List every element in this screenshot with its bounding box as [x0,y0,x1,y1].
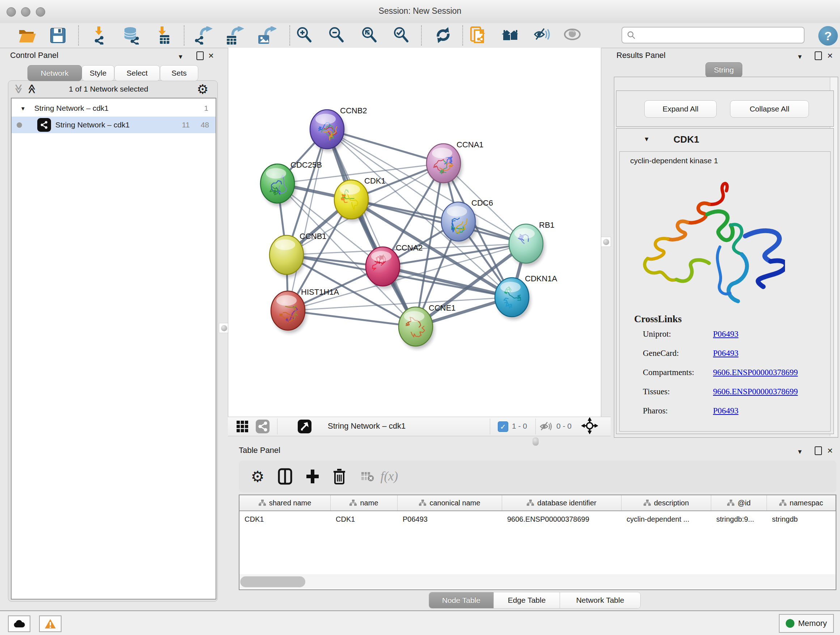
table-cell[interactable]: CDK1 [240,511,331,527]
table-row[interactable]: CDK1CDK1P064939606.ENSP00000378699cyclin… [240,511,836,527]
results-panel-float-icon[interactable] [815,51,822,60]
export-image-icon[interactable] [256,25,278,46]
right-splitter-handle[interactable] [601,237,611,247]
add-column-icon[interactable] [302,467,323,486]
table-horizontal-scrollbar[interactable] [240,574,836,589]
network-options-gear-icon[interactable]: ⚙ [197,82,208,97]
show-columns-icon[interactable] [275,467,295,486]
tab-network[interactable]: Network [27,65,82,81]
crosslink-value-link[interactable]: 9606.ENSP00000378699 [713,368,798,383]
import-network-icon[interactable] [89,25,111,46]
tab-select[interactable]: Select [114,65,160,81]
table-cell[interactable]: 9606.ENSP00000378699 [502,511,622,527]
network-node-CCNA1[interactable] [426,144,462,186]
network-node-CCNA2[interactable] [366,247,401,289]
zoom-selected-icon[interactable] [392,25,413,46]
network-node-CCNE1[interactable] [399,307,434,349]
export-table-icon[interactable] [224,25,245,46]
network-collection-row[interactable]: ▼ String Network – cdk1 1 [11,100,216,117]
results-panel-menu-icon[interactable]: ▾ [798,53,802,60]
table-settings-gear-icon[interactable]: ⚙ [248,467,268,486]
crosslink-value-link[interactable]: P06493 [713,406,738,421]
import-table-icon[interactable] [153,25,175,46]
crosslink-value-link[interactable]: P06493 [713,348,738,364]
left-splitter-handle[interactable] [219,323,229,333]
table-cell[interactable]: stringdb [767,511,836,527]
save-session-icon[interactable] [47,25,69,46]
network-node-CDC25B[interactable] [261,164,296,206]
export-network-icon[interactable] [193,25,215,46]
column-header-name[interactable]: name [331,495,398,510]
search-field[interactable] [622,27,805,43]
tab-edge-table[interactable]: Edge Table [494,592,560,608]
network-canvas[interactable]: CCNB2CCNA1CDC25BCDK1CDC6RB1CCNB1CCNA2CDK… [228,48,601,417]
delete-table-icon[interactable] [357,467,378,486]
tab-sets[interactable]: Sets [160,65,198,81]
crosslink-value-link[interactable]: P06493 [713,329,738,345]
collapse-all-icon[interactable]: ≫ [13,84,24,94]
show-graphics-details-icon[interactable] [562,25,584,46]
network-edge[interactable] [351,200,526,244]
selected-checkbox[interactable]: ✓ [498,421,508,432]
zoom-fit-icon[interactable] [360,25,381,46]
network-edge[interactable] [327,129,416,326]
table-panel-menu-icon[interactable]: ▾ [798,448,802,455]
network-node-CCNB2[interactable] [310,110,346,152]
table-scrollbar-thumb[interactable] [240,576,305,587]
delete-column-trash-icon[interactable] [329,467,349,486]
section-collapse-icon[interactable]: ▼ [644,136,650,143]
zoom-in-icon[interactable] [294,25,316,46]
network-node-CDK1[interactable] [334,180,370,222]
network-node-HIST1H1A[interactable] [271,291,307,333]
function-builder-icon[interactable]: f(x) [379,467,399,486]
birds-eye-view-icon[interactable] [232,416,253,437]
show-hide-enrichment-icon[interactable] [532,25,554,46]
zoom-out-icon[interactable] [327,25,348,46]
expand-all-icon[interactable]: ≫ [26,84,37,94]
table-cell[interactable]: CDK1 [331,511,398,527]
home-networks-icon[interactable] [500,25,522,46]
crosslink-value-link[interactable]: 9606.ENSP00000378699 [713,387,798,402]
control-panel-float-icon[interactable] [196,51,204,60]
tab-network-table[interactable]: Network Table [560,592,640,608]
tab-style[interactable]: Style [82,65,114,81]
table-panel-float-icon[interactable] [815,447,822,455]
horizontal-splitter-handle[interactable] [532,437,538,446]
network-node-CDKN1A[interactable] [495,278,531,320]
hidden-eye-icon[interactable] [538,416,554,437]
tree-expand-icon[interactable]: ▼ [20,105,26,111]
open-in-new-window-icon[interactable] [294,416,316,437]
control-panel-close-icon[interactable]: ✕ [208,52,214,59]
table-cell[interactable]: cyclin-dependent ... [622,511,711,527]
warnings-button[interactable] [39,616,62,632]
tab-string-results[interactable]: String [706,62,742,78]
network-edge[interactable] [288,310,416,326]
table-panel-close-icon[interactable]: ✕ [827,447,833,454]
results-panel-close-icon[interactable]: ✕ [827,52,833,59]
string-view-icon[interactable] [252,416,273,437]
expand-all-button[interactable]: Expand All [644,100,717,118]
column-header-description[interactable]: description [622,495,711,510]
gene-section-header[interactable]: ▼ CDK1 [616,130,833,149]
string-enrichment-icon[interactable] [469,25,490,46]
collapse-all-button[interactable]: Collapse All [730,100,809,118]
control-panel-menu-icon[interactable]: ▾ [179,53,182,60]
tab-node-table[interactable]: Node Table [429,592,494,608]
fit-content-crosshair-icon[interactable] [579,415,600,437]
open-session-icon[interactable] [16,25,38,46]
refresh-icon[interactable] [433,25,455,46]
string-network-graph[interactable]: CCNB2CCNA1CDC25BCDK1CDC6RB1CCNB1CCNA2CDK… [228,48,601,417]
search-input[interactable] [636,31,789,40]
table-cell[interactable]: stringdb:9... [711,511,767,527]
import-network-from-database-icon[interactable] [121,25,143,46]
network-row-selected[interactable]: String Network – cdk1 11 48 [11,117,216,133]
memory-button[interactable]: Memory [779,614,834,633]
network-node-RB1[interactable] [509,224,545,266]
table-cell[interactable]: P06493 [398,511,502,527]
column-header--id[interactable]: @id [711,495,767,510]
column-header-canonical-name[interactable]: canonical name [398,495,502,510]
column-header-database-identifier[interactable]: database identifier [502,495,622,510]
network-edge[interactable] [288,129,327,310]
column-header-namespac[interactable]: namespac [767,495,836,510]
cloud-status-button[interactable] [8,616,30,632]
